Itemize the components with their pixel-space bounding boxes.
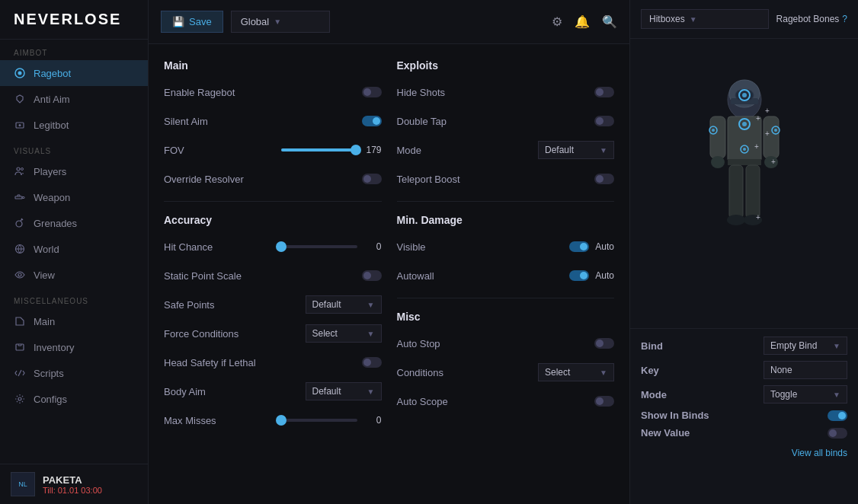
columns: Main Enable Ragebot Silent Aim FOV xyxy=(164,59,614,439)
conditions-row: Conditions Select ▼ xyxy=(397,362,615,382)
new-value-label: New Value xyxy=(641,427,690,439)
svg-line-13 xyxy=(18,370,21,376)
sidebar-item-main[interactable]: Main xyxy=(0,308,148,334)
footer-username: PAKETA xyxy=(43,474,102,486)
max-misses-slider-track[interactable] xyxy=(281,419,357,422)
hit-chance-label: Hit Chance xyxy=(164,241,213,253)
sidebar-item-inventory[interactable]: Inventory xyxy=(0,334,148,360)
fov-slider-track[interactable] xyxy=(281,148,357,152)
ragebot-label: Ragebot xyxy=(34,68,71,79)
search-icon[interactable]: 🔍 xyxy=(602,14,617,29)
enable-ragebot-toggle[interactable] xyxy=(362,87,382,97)
character-area: + + + + + + xyxy=(630,39,858,328)
head-safety-toggle[interactable] xyxy=(362,357,382,368)
sidebar-item-view[interactable]: View xyxy=(0,262,148,288)
profile-arrow-icon: ▼ xyxy=(274,18,281,26)
sidebar-item-ragebot[interactable]: Ragebot xyxy=(0,60,148,86)
profile-dropdown[interactable]: Global ▼ xyxy=(231,11,330,33)
save-button[interactable]: 💾 Save xyxy=(161,11,223,33)
safe-points-dropdown[interactable]: Default ▼ xyxy=(306,295,382,314)
svg-rect-25 xyxy=(729,165,743,219)
hide-shots-row: Hide Shots xyxy=(397,82,615,102)
ragebot-bones-text: Ragebot Bones xyxy=(776,14,840,24)
show-in-binds-label: Show In Binds xyxy=(641,410,709,421)
misc-section: Misc Auto Stop Conditions Select ▼ Auto … xyxy=(397,311,615,411)
svg-point-8 xyxy=(16,221,22,227)
double-tap-label: Double Tap xyxy=(397,116,447,127)
help-icon[interactable]: ? xyxy=(842,14,847,24)
visible-toggle[interactable] xyxy=(569,241,589,252)
svg-point-1 xyxy=(18,72,22,75)
mindamage-section-title: Min. Damage xyxy=(397,214,615,226)
fov-slider-container: 179 xyxy=(184,145,382,155)
silent-aim-toggle[interactable] xyxy=(362,116,382,126)
sidebar-item-scripts[interactable]: Scripts xyxy=(0,360,148,386)
sidebar-item-antiaim[interactable]: Anti Aim xyxy=(0,86,148,112)
conditions-dropdown[interactable]: Select ▼ xyxy=(538,363,614,381)
svg-rect-7 xyxy=(22,197,24,199)
view-all-binds-button[interactable]: View all binds xyxy=(792,448,847,458)
body-aim-label: Body Aim xyxy=(164,386,206,397)
head-safety-label: Head Safety if Lethal xyxy=(164,357,256,368)
sidebar-item-players[interactable]: Players xyxy=(0,158,148,184)
hide-shots-toggle[interactable] xyxy=(594,87,614,97)
hitbox-dropdown-value: Hitboxes xyxy=(649,14,685,24)
max-misses-label: Max Misses xyxy=(164,415,216,426)
double-tap-toggle[interactable] xyxy=(594,116,614,126)
fov-value: 179 xyxy=(363,145,382,155)
auto-stop-label: Auto Stop xyxy=(397,338,440,349)
svg-point-5 xyxy=(21,168,24,171)
sidebar-section-visuals: Visuals Players Weapon Grenades World xyxy=(0,138,148,288)
teleport-boost-row: Teleport Boost xyxy=(397,169,615,189)
mode-value: Default xyxy=(545,145,574,155)
hitbox-dropdown-arrow: ▼ xyxy=(690,15,697,24)
sidebar-item-weapon[interactable]: Weapon xyxy=(0,184,148,210)
svg-point-27 xyxy=(727,215,745,225)
divider-1 xyxy=(164,201,382,202)
sidebar-item-legitbot[interactable]: Legitbot xyxy=(0,112,148,138)
weapon-label: Weapon xyxy=(34,192,70,203)
character-model: + + + + + + xyxy=(684,54,805,313)
hit-chance-row: Hit Chance 0 xyxy=(164,237,382,257)
autowall-label: Autowall xyxy=(397,270,434,282)
scripts-icon xyxy=(14,367,26,379)
players-label: Players xyxy=(34,166,66,177)
auto-stop-toggle[interactable] xyxy=(594,338,614,349)
hitbox-dropdown[interactable]: Hitboxes ▼ xyxy=(641,9,769,29)
teleport-boost-label: Teleport Boost xyxy=(397,174,460,185)
main-label: Main xyxy=(34,316,55,327)
max-misses-value: 0 xyxy=(363,415,382,426)
force-conditions-dropdown[interactable]: Select ▼ xyxy=(306,324,382,343)
left-column: Main Enable Ragebot Silent Aim FOV xyxy=(164,59,382,439)
gear-icon[interactable]: ⚙ xyxy=(552,14,562,29)
override-resolver-toggle[interactable] xyxy=(362,174,382,184)
key-label: Key xyxy=(641,365,659,376)
bind-dropdown[interactable]: Empty Bind ▼ xyxy=(764,337,847,355)
key-input[interactable]: None xyxy=(764,361,847,379)
configs-icon xyxy=(14,393,26,405)
auto-scope-toggle[interactable] xyxy=(594,396,614,407)
show-in-binds-toggle[interactable] xyxy=(828,410,847,421)
bind-arrow-icon: ▼ xyxy=(833,342,840,350)
sidebar-item-grenades[interactable]: Grenades xyxy=(0,210,148,236)
weapon-icon xyxy=(14,191,26,203)
new-value-toggle[interactable] xyxy=(828,428,847,439)
main-section: Main Enable Ragebot Silent Aim FOV xyxy=(164,59,382,189)
accuracy-section: Accuracy Hit Chance 0 Static Point Scale xyxy=(164,214,382,430)
bell-icon[interactable]: 🔔 xyxy=(575,14,590,29)
autowall-toggle[interactable] xyxy=(569,270,589,281)
view-icon xyxy=(14,269,26,281)
static-point-scale-toggle[interactable] xyxy=(362,270,382,281)
sidebar-item-world[interactable]: World xyxy=(0,236,148,262)
ragebot-bones-label: Ragebot Bones ? xyxy=(776,14,847,24)
sidebar-item-configs[interactable]: Configs xyxy=(0,386,148,412)
grenades-icon xyxy=(14,217,26,229)
teleport-boost-toggle[interactable] xyxy=(594,174,614,184)
body-aim-dropdown[interactable]: Default ▼ xyxy=(306,382,382,400)
mode-dropdown[interactable]: Default ▼ xyxy=(538,141,614,159)
exploits-section: Exploits Hide Shots Double Tap Mode Defa… xyxy=(397,59,615,189)
svg-point-14 xyxy=(18,397,21,400)
bind-label: Bind xyxy=(641,340,663,352)
mode-bind-dropdown[interactable]: Toggle ▼ xyxy=(764,385,847,404)
hit-chance-slider-track[interactable] xyxy=(281,245,357,248)
